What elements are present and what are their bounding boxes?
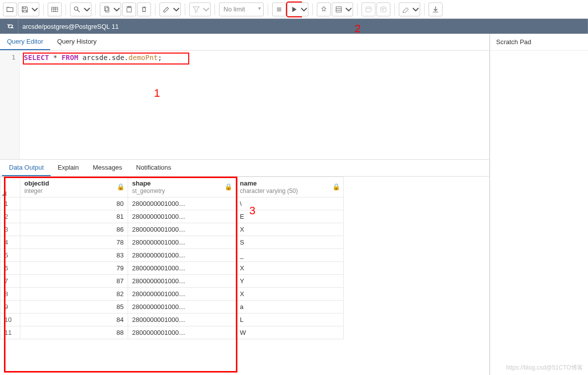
row-number[interactable]: 7 xyxy=(0,275,20,288)
svg-point-8 xyxy=(366,6,371,8)
row-limit-select[interactable]: No limit xyxy=(219,2,264,16)
explain-button[interactable] xyxy=(317,2,331,16)
cell-shape[interactable]: 2800000001000… xyxy=(128,288,236,301)
table-row[interactable]: 4782800000001000…S xyxy=(0,236,344,249)
cell-name[interactable]: X xyxy=(236,262,344,275)
sql-editor[interactable]: 1 SELECT * FROM arcsde.sde.demoPnt; xyxy=(0,51,489,160)
table-row[interactable]: 10842800000001000…L xyxy=(0,313,344,326)
cell-shape[interactable]: 2800000001000… xyxy=(128,313,236,326)
table-row[interactable]: 8822800000001000…X xyxy=(0,288,344,301)
row-number[interactable]: 4 xyxy=(0,236,20,249)
cell-shape[interactable]: 2800000001000… xyxy=(128,262,236,275)
tab-notifications[interactable]: Notifications xyxy=(129,160,178,176)
clear-button[interactable] xyxy=(399,2,413,16)
row-number[interactable]: 1 xyxy=(0,197,20,210)
find-dropdown[interactable] xyxy=(82,2,91,16)
table-row[interactable]: 1802800000001000…\ xyxy=(0,197,344,210)
row-number[interactable]: 2 xyxy=(0,210,20,223)
row-number[interactable]: 11 xyxy=(0,326,20,339)
table-row[interactable]: 11882800000001000…W xyxy=(0,326,344,339)
cell-shape[interactable]: 2800000001000… xyxy=(128,223,236,236)
execute-button[interactable] xyxy=(287,2,301,16)
explain-analyze-button[interactable] xyxy=(332,2,346,16)
open-file-button[interactable] xyxy=(3,2,17,16)
cell-objectid[interactable]: 82 xyxy=(20,288,128,301)
table-row[interactable]: 2812800000001000…E xyxy=(0,210,344,223)
cell-name[interactable]: L xyxy=(236,313,344,326)
edit-button[interactable] xyxy=(159,2,173,16)
results-grid[interactable]: objectid integer 🔒 shape st_geometry 🔒 n… xyxy=(0,177,344,339)
table-row[interactable]: 7872800000001000…Y xyxy=(0,275,344,288)
save-file-dropdown[interactable] xyxy=(30,2,39,16)
cell-objectid[interactable]: 86 xyxy=(20,223,128,236)
filter-button[interactable] xyxy=(189,2,203,16)
row-number[interactable]: 9 xyxy=(0,301,20,313)
row-corner[interactable] xyxy=(0,177,20,197)
cell-objectid[interactable]: 85 xyxy=(20,301,128,313)
table-row[interactable]: 9852800000001000…a xyxy=(0,301,344,313)
tab-query-history[interactable]: Query History xyxy=(50,34,103,50)
cell-name[interactable]: \ xyxy=(236,197,344,210)
cell-name[interactable]: X xyxy=(236,288,344,301)
cell-name[interactable]: _ xyxy=(236,249,344,262)
row-number[interactable]: 3 xyxy=(0,223,20,236)
tab-data-output[interactable]: Data Output xyxy=(2,160,51,176)
copy-button[interactable] xyxy=(100,2,114,16)
stop-button[interactable] xyxy=(272,2,286,16)
cell-objectid[interactable]: 83 xyxy=(20,249,128,262)
column-header-shape[interactable]: shape st_geometry 🔒 xyxy=(128,177,236,197)
rollback-button[interactable] xyxy=(376,2,390,16)
download-button[interactable] xyxy=(429,2,442,16)
cell-name[interactable]: a xyxy=(236,301,344,313)
sql-code[interactable]: SELECT * FROM arcsde.sde.demoPnt; xyxy=(20,51,489,159)
svg-rect-7 xyxy=(336,6,342,12)
cell-objectid[interactable]: 84 xyxy=(20,313,128,326)
execute-dropdown[interactable] xyxy=(299,2,308,16)
table-row[interactable]: 5832800000001000…_ xyxy=(0,249,344,262)
cell-shape[interactable]: 2800000001000… xyxy=(128,210,236,223)
tab-query-editor[interactable]: Query Editor xyxy=(0,34,50,50)
column-header-name[interactable]: name character varying (50) 🔒 xyxy=(236,177,344,197)
row-number[interactable]: 6 xyxy=(0,262,20,275)
connection-label[interactable]: arcsde/postgres@PostgreSQL 11 xyxy=(18,19,588,34)
cell-objectid[interactable]: 78 xyxy=(20,236,128,249)
cell-objectid[interactable]: 80 xyxy=(20,197,128,210)
filter-dropdown[interactable] xyxy=(202,2,211,16)
cell-objectid[interactable]: 79 xyxy=(20,262,128,275)
row-number[interactable]: 10 xyxy=(0,313,20,326)
cell-shape[interactable]: 2800000001000… xyxy=(128,249,236,262)
cell-name[interactable]: X xyxy=(236,223,344,236)
delete-button[interactable] xyxy=(137,2,151,16)
table-row[interactable]: 3862800000001000…X xyxy=(0,223,344,236)
cell-name[interactable]: W xyxy=(236,326,344,339)
row-number[interactable]: 8 xyxy=(0,288,20,301)
paste-button[interactable] xyxy=(122,2,136,16)
column-header-objectid[interactable]: objectid integer 🔒 xyxy=(20,177,128,197)
commit-button[interactable] xyxy=(362,2,375,16)
editor-tabs: Query Editor Query History xyxy=(0,34,489,51)
svg-point-9 xyxy=(381,6,386,8)
cell-objectid[interactable]: 87 xyxy=(20,275,128,288)
row-number[interactable]: 5 xyxy=(0,249,20,262)
cell-name[interactable]: E xyxy=(236,210,344,223)
cell-shape[interactable]: 2800000001000… xyxy=(128,275,236,288)
edit-grid-button[interactable] xyxy=(48,2,62,16)
cell-shape[interactable]: 2800000001000… xyxy=(128,301,236,313)
cell-objectid[interactable]: 88 xyxy=(20,326,128,339)
save-file-button[interactable] xyxy=(18,2,32,16)
cell-shape[interactable]: 2800000001000… xyxy=(128,326,236,339)
tab-explain[interactable]: Explain xyxy=(51,160,86,176)
clear-dropdown[interactable] xyxy=(411,2,420,16)
cell-name[interactable]: S xyxy=(236,236,344,249)
cell-shape[interactable]: 2800000001000… xyxy=(128,197,236,210)
cell-objectid[interactable]: 81 xyxy=(20,210,128,223)
scratch-pad-pane: Scratch Pad xyxy=(490,34,588,375)
explain-analyze-dropdown[interactable] xyxy=(344,2,353,16)
table-row[interactable]: 6792800000001000…X xyxy=(0,262,344,275)
tab-messages[interactable]: Messages xyxy=(86,160,129,176)
copy-dropdown[interactable] xyxy=(112,2,121,16)
find-button[interactable] xyxy=(70,2,84,16)
cell-name[interactable]: Y xyxy=(236,275,344,288)
cell-shape[interactable]: 2800000001000… xyxy=(128,236,236,249)
edit-dropdown[interactable] xyxy=(172,2,181,16)
